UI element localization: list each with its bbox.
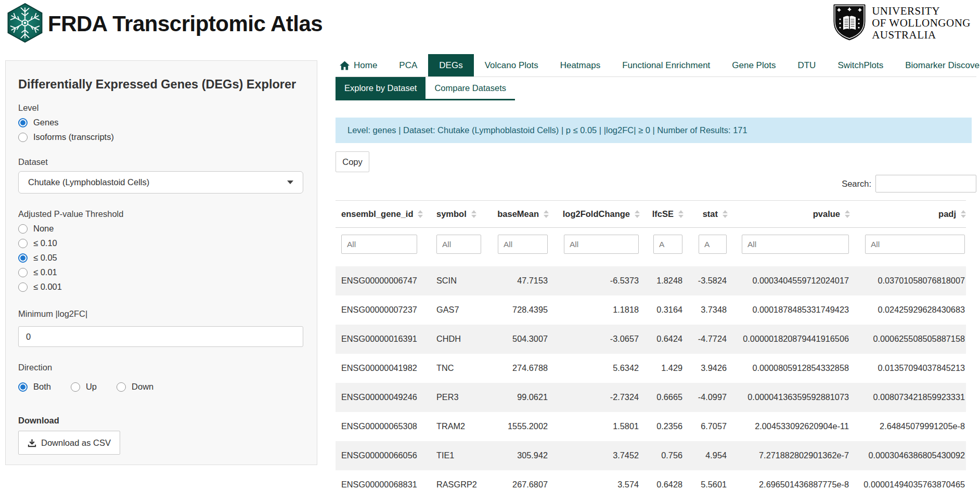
cell-pvalue: 7.271882802901362e-7 [728,441,850,470]
radio-selected-icon[interactable] [18,118,28,127]
cell-lfcSE: 0.6424 [640,325,684,354]
column-header-log2FoldChange[interactable]: log2FoldChange [549,201,640,228]
main-content: HomePCADEGsVolcano PlotsHeatmapsFunction… [336,54,976,489]
radio-option[interactable]: Up [71,380,97,393]
nav-tab-heatmaps[interactable]: Heatmaps [549,54,611,76]
table-row[interactable]: ENSG00000065308TRAM21555.20021.58010.235… [336,412,966,441]
table-row[interactable]: ENSG00000041982TNC274.67885.63421.4293.9… [336,354,966,383]
column-header-stat[interactable]: stat [684,201,728,228]
nav-tab-label: DTU [797,60,816,71]
main-nav: HomePCADEGsVolcano PlotsHeatmapsFunction… [336,54,976,77]
cell-pvalue: 0.0003404559712024017 [728,266,850,295]
column-header-label: log2FoldChange [563,209,630,219]
nav-tab-volcano-plots[interactable]: Volcano Plots [474,54,549,76]
cell-baseMean: 99.0621 [492,383,549,412]
radio-option[interactable]: ≤ 0.01 [18,266,304,279]
nav-tab-biomarker-discovery[interactable]: Biomarker Discovery [894,54,980,76]
table-row[interactable]: ENSG00000068831RASGRP2267.68073.5740.642… [336,470,966,489]
radio-option[interactable]: Isoforms (transcripts) [18,131,304,144]
uow-wordmark: UNIVERSITY OF WOLLONGONG AUSTRALIA [872,4,971,41]
deg-explorer-panel: Differentially Expressed Genes (DEGs) Ex… [5,60,317,465]
column-header-symbol[interactable]: symbol [431,201,492,228]
nav-tab-functional-enrichment[interactable]: Functional Enrichment [611,54,721,76]
radio-selected-icon[interactable] [18,382,28,392]
cell-padj: 0.0003046386805430092 [850,441,966,470]
radio-icon[interactable] [117,382,126,392]
radio-icon[interactable] [18,133,28,142]
dataset-selected-value: Chutake (Lymphoblastoid Cells) [28,177,149,187]
cell-symbol: GAS7 [431,295,492,325]
download-label: Download [18,416,304,426]
filter-cell [431,228,492,266]
radio-icon[interactable] [18,282,28,292]
cell-padj: 0.008073421859923331 [850,383,966,412]
table-row[interactable]: ENSG00000007237GAS7728.43951.18180.31643… [336,295,966,325]
cell-pvalue: 2.004533092620904e-11 [728,412,850,441]
cell-pvalue: 0.0001878485331749423 [728,295,850,325]
table-row[interactable]: ENSG00000066056TIE1305.9423.74520.7564.9… [336,441,966,470]
radio-option[interactable]: Both [18,380,51,393]
nav-tab-label: Functional Enrichment [622,60,710,71]
column-header-pvalue[interactable]: pvalue [728,201,850,228]
filter-cell [728,228,850,266]
radio-icon[interactable] [18,224,28,234]
radio-selected-icon[interactable] [18,253,28,263]
column-filter-padj[interactable] [865,235,965,254]
column-header-ensembl_gene_id[interactable]: ensembl_gene_id [336,201,431,228]
nav-tab-home[interactable]: Home [336,54,388,76]
column-filter-baseMean[interactable] [498,235,548,254]
nav-tab-switchplots[interactable]: SwitchPlots [827,54,894,76]
sub-tab-explore-by-dataset[interactable]: Explore by Dataset [336,77,425,99]
radio-option[interactable]: Down [117,380,153,393]
radio-option-label: None [33,224,54,234]
table-row[interactable]: ENSG00000016391CHDH504.3007-3.06570.6424… [336,325,966,354]
radio-icon[interactable] [18,239,28,248]
table-row[interactable]: ENSG00000049246PER399.0621-2.73240.6665-… [336,383,966,412]
radio-option-label: ≤ 0.05 [33,253,57,263]
column-filter-lfcSE[interactable] [653,235,682,254]
radio-option-label: Both [33,382,51,392]
table-row[interactable]: ENSG00000006747SCIN47.7153-6.53731.8248-… [336,266,966,295]
column-filter-ensembl_gene_id[interactable] [341,235,417,254]
cell-log2FoldChange: 3.574 [549,470,640,489]
cell-baseMean: 728.4395 [492,295,549,325]
min-log2fc-input[interactable] [18,326,303,347]
cell-baseMean: 274.6788 [492,354,549,383]
download-csv-button[interactable]: Download as CSV [18,431,120,455]
min-log2fc-label: Minimum |log2FC| [18,309,304,319]
column-filter-stat[interactable] [699,235,727,254]
radio-option-label: Down [132,382,153,392]
nav-tab-label: DEGs [439,60,462,71]
cell-padj: 0.00001494035763870465 [850,470,966,489]
cell-stat: 3.9426 [684,354,728,383]
radio-option[interactable]: ≤ 0.001 [18,280,304,293]
copy-button[interactable]: Copy [336,151,369,172]
column-filter-log2FoldChange[interactable] [564,235,639,254]
radio-option[interactable]: Genes [18,116,304,129]
column-header-baseMean[interactable]: baseMean [492,201,549,228]
radio-icon[interactable] [71,382,80,392]
cell-lfcSE: 0.6428 [640,470,684,489]
nav-tab-dtu[interactable]: DTU [786,54,827,76]
search-input[interactable] [875,175,976,192]
column-header-lfcSE[interactable]: lfcSE [640,201,684,228]
cell-symbol: TNC [431,354,492,383]
radio-option[interactable]: ≤ 0.05 [18,251,304,264]
sort-icon [544,210,549,218]
column-header-padj[interactable]: padj [850,201,966,228]
column-filter-symbol[interactable] [436,235,481,254]
search-label: Search: [842,179,871,189]
cell-padj: 0.01357094037845213 [850,354,966,383]
radio-option[interactable]: ≤ 0.10 [18,237,304,250]
nav-tab-pca[interactable]: PCA [388,54,428,76]
radio-icon[interactable] [18,268,28,277]
nav-tab-degs[interactable]: DEGs [428,54,473,76]
sub-tab-compare-datasets[interactable]: Compare Datasets [425,77,515,99]
column-filter-pvalue[interactable] [742,235,849,254]
download-button-label: Download as CSV [41,438,111,448]
nav-tab-label: Home [354,60,377,71]
cell-ensembl_gene_id: ENSG00000041982 [336,354,431,383]
dataset-select[interactable]: Chutake (Lymphoblastoid Cells) [18,171,303,194]
radio-option[interactable]: None [18,222,304,235]
nav-tab-gene-plots[interactable]: Gene Plots [721,54,786,76]
